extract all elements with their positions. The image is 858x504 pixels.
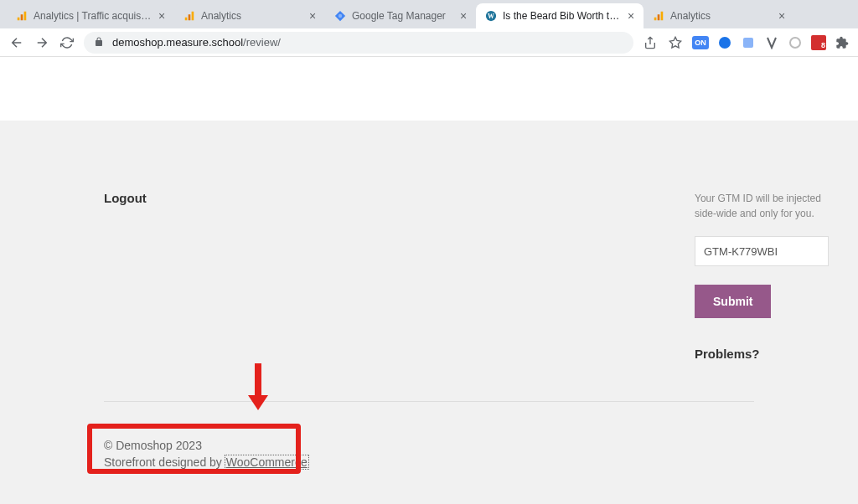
svg-point-6	[339, 14, 342, 18]
svg-rect-14	[743, 38, 753, 48]
close-icon[interactable]: ×	[156, 10, 168, 22]
close-icon[interactable]: ×	[625, 10, 637, 22]
ext-icon[interactable]: 8	[811, 35, 826, 50]
ga-icon	[15, 9, 28, 23]
browser-tab[interactable]: Analytics ×	[174, 3, 325, 28]
svg-point-15	[790, 38, 800, 48]
ga-icon	[183, 9, 196, 23]
ext-icon[interactable]	[764, 35, 779, 50]
share-icon[interactable]	[642, 34, 659, 51]
close-icon[interactable]: ×	[457, 10, 469, 22]
tab-title: Analytics	[201, 10, 303, 22]
reload-button[interactable]	[59, 34, 75, 51]
ext-icon[interactable]: ON	[692, 36, 709, 49]
gtm-note-text: Your GTM ID will be injected side-wide a…	[695, 191, 833, 221]
svg-text:W: W	[488, 13, 494, 20]
svg-point-13	[719, 37, 731, 49]
gtm-id-input[interactable]	[695, 236, 829, 266]
submit-button[interactable]: Submit	[695, 285, 771, 318]
annotation-arrow-icon	[246, 362, 271, 412]
annotation-box	[87, 424, 301, 474]
svg-marker-12	[669, 37, 680, 48]
ext-icon[interactable]	[741, 35, 756, 50]
forward-button[interactable]	[34, 34, 50, 51]
svg-rect-10	[658, 14, 660, 20]
tab-title: Is the Beard Bib Worth the Hy	[503, 10, 622, 22]
page-footer: Logout Your GTM ID will be injected side…	[0, 121, 858, 504]
svg-marker-17	[248, 395, 268, 410]
gtm-icon	[333, 9, 347, 23]
svg-rect-1	[21, 14, 23, 20]
ga-icon	[652, 9, 665, 23]
browser-tab-bar: Analytics | Traffic acquisition: × Analy…	[0, 0, 858, 28]
tab-title: Analytics | Traffic acquisition:	[34, 10, 152, 22]
svg-rect-2	[24, 12, 27, 21]
address-bar: demoshop.measure.school/review/ ON 8	[0, 28, 858, 57]
svg-rect-11	[661, 12, 664, 21]
page-content: Logout Your GTM ID will be injected side…	[0, 57, 858, 504]
extension-icons: ON 8	[692, 35, 850, 50]
browser-tab[interactable]: Analytics | Traffic acquisition: ×	[7, 3, 174, 28]
close-icon[interactable]: ×	[307, 10, 318, 22]
svg-rect-3	[185, 18, 188, 21]
browser-tab[interactable]: Google Tag Manager ×	[325, 3, 476, 28]
ext-icon[interactable]	[788, 35, 803, 50]
tab-title: Analytics	[670, 10, 773, 22]
svg-rect-0	[18, 18, 20, 21]
ext-icon[interactable]	[717, 35, 732, 50]
url-input[interactable]: demoshop.measure.school/review/	[84, 32, 633, 54]
browser-tab[interactable]: Analytics ×	[644, 3, 794, 28]
back-button[interactable]	[8, 34, 25, 51]
page-upper-spacer	[0, 57, 858, 121]
svg-rect-4	[189, 14, 191, 20]
wordpress-icon: W	[484, 9, 498, 23]
svg-rect-5	[192, 12, 194, 21]
url-text: demoshop.measure.school/review/	[112, 36, 281, 49]
extensions-menu-icon[interactable]	[835, 35, 850, 50]
star-icon[interactable]	[667, 34, 684, 51]
svg-rect-9	[654, 18, 657, 21]
tab-title: Google Tag Manager	[352, 10, 454, 22]
browser-tab-active[interactable]: W Is the Beard Bib Worth the Hy ×	[476, 3, 644, 28]
footer-divider	[104, 401, 754, 402]
close-icon[interactable]: ×	[776, 10, 788, 22]
lock-icon	[94, 37, 106, 49]
problems-link[interactable]: Problems?	[695, 347, 833, 361]
